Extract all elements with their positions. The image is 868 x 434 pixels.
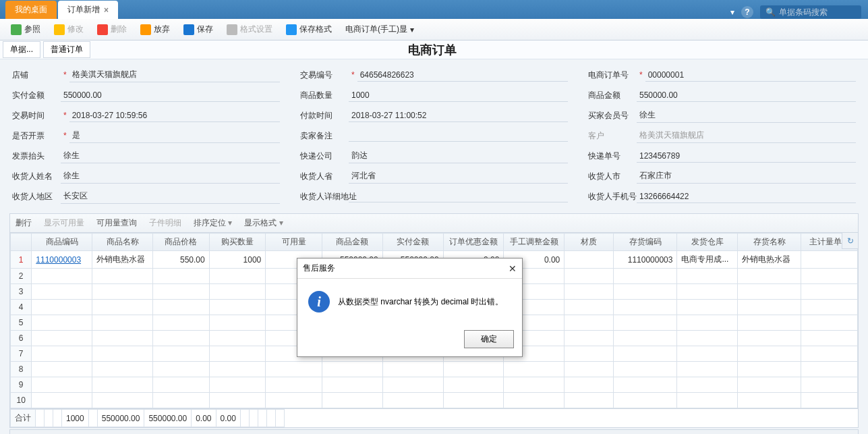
recv-prov-field[interactable]: 河北省: [349, 169, 568, 184]
avail-query-button[interactable]: 可用量查询: [96, 217, 137, 229]
ref-label: 参照: [24, 24, 40, 35]
required-mark: *: [63, 111, 67, 120]
trade-time-field[interactable]: 2018-03-27 10:59:56: [69, 109, 280, 122]
discard-icon: [140, 24, 151, 35]
page-title: 电商订单: [90, 42, 774, 58]
col-invcode[interactable]: 存货编码: [614, 234, 677, 251]
pay-time-field[interactable]: 2018-03-27 11:00:52: [349, 109, 568, 122]
barcode-search-input[interactable]: [779, 7, 856, 17]
col-paid[interactable]: 实付金额: [382, 234, 443, 251]
col-wh[interactable]: 发货仓库: [677, 234, 738, 251]
invoice-head-field[interactable]: 徐生: [61, 148, 280, 163]
table-row[interactable]: 10: [11, 393, 858, 408]
display-mode-button[interactable]: 电商订单(手工)显 ▾: [340, 22, 419, 37]
seller-note-field[interactable]: [349, 130, 568, 142]
recv-city-field[interactable]: 石家庄市: [637, 169, 856, 184]
cell-qty[interactable]: 1000: [209, 251, 266, 269]
col-adj[interactable]: 手工调整金额: [504, 234, 565, 251]
col-code[interactable]: 商品编码: [32, 234, 92, 251]
barcode-search[interactable]: 🔍: [760, 5, 861, 19]
table-row[interactable]: 9: [11, 377, 858, 393]
grid-toolbar: 删行 显示可用量 可用量查询 子件明细 排序定位 显示格式: [9, 213, 859, 232]
ref-button[interactable]: 参照: [5, 22, 46, 37]
delete-row-button[interactable]: 删行: [16, 217, 32, 229]
col-rownum[interactable]: [11, 234, 32, 251]
cell-invname[interactable]: 外销电热水器: [738, 251, 801, 269]
display-format-button[interactable]: 显示格式: [244, 217, 283, 229]
paid-field[interactable]: 550000.00: [61, 89, 280, 102]
ref-icon: [11, 24, 22, 35]
col-price[interactable]: 商品价格: [153, 234, 210, 251]
ok-button[interactable]: 确定: [464, 330, 514, 348]
required-mark: *: [351, 70, 355, 80]
cell-code[interactable]: 1110000003: [32, 251, 92, 269]
express-co-field[interactable]: 韵达: [349, 148, 568, 163]
display-mode-label: 电商订单(手工)显: [345, 24, 407, 35]
cell-price[interactable]: 550.00: [153, 251, 210, 269]
save-button[interactable]: 保存: [178, 22, 219, 37]
tab-home[interactable]: 我的桌面: [5, 1, 57, 19]
help-icon[interactable]: ?: [741, 6, 753, 18]
subitem-button[interactable]: 子件明细: [149, 217, 181, 229]
shop-field[interactable]: 格美淇天猫旗舰店: [69, 67, 280, 82]
sum-disc: 0.00: [192, 410, 216, 427]
product-code-link[interactable]: 1110000003: [36, 255, 81, 265]
recv-area-field[interactable]: 长安区: [61, 189, 280, 204]
col-amount[interactable]: 商品金额: [322, 234, 382, 251]
dialog-titlebar[interactable]: 售后服务 ✕: [297, 259, 522, 279]
shop-label: 店铺: [12, 70, 61, 81]
col-avail[interactable]: 可用量: [266, 234, 322, 251]
delete-button[interactable]: 删除: [92, 22, 132, 37]
chevron-down-icon[interactable]: ▾: [730, 7, 734, 17]
buyer-label: 买家会员号: [588, 110, 637, 121]
refresh-icon[interactable]: ↻: [842, 233, 858, 249]
table-sum-row: 合计 1000 550000.00 550000.00 0.00 0.00: [10, 408, 858, 427]
search-icon: 🔍: [765, 7, 776, 17]
delete-icon: [97, 24, 108, 35]
amt-field[interactable]: 550000.00: [637, 89, 856, 102]
cell-name[interactable]: 外销电热水器: [92, 251, 153, 269]
buyer-field[interactable]: 徐生: [637, 108, 856, 123]
col-mat[interactable]: 材质: [565, 234, 614, 251]
cell-invcode[interactable]: 1110000003: [614, 251, 677, 269]
cell-wh[interactable]: 电商专用成...: [677, 251, 738, 269]
cell-mat[interactable]: [565, 251, 614, 269]
invoice-field[interactable]: 是: [69, 128, 280, 143]
sort-button[interactable]: 排序定位: [194, 217, 232, 229]
cell-uom[interactable]: [801, 251, 858, 269]
recv-tel-field[interactable]: 13266664422: [637, 190, 856, 203]
main-toolbar: 参照 修改 删除 放弃 保存 格式设置 保存格式 电商订单(手工)显 ▾: [0, 19, 868, 40]
tab-order-new[interactable]: 订单新增 ×: [58, 1, 118, 19]
col-qty[interactable]: 购买数量: [209, 234, 266, 251]
col-name[interactable]: 商品名称: [92, 234, 153, 251]
close-icon[interactable]: ×: [104, 5, 109, 15]
format-set-button[interactable]: 格式设置: [221, 22, 278, 37]
show-avail-button[interactable]: 显示可用量: [44, 217, 84, 229]
save-label: 保存: [197, 24, 213, 35]
ec-no-label: 电商订单号: [588, 70, 637, 81]
required-mark: *: [63, 70, 67, 80]
express-no-label: 快递单号: [588, 151, 637, 162]
sum-amount: 550000.00: [97, 410, 144, 427]
recv-prov-label: 收货人省: [300, 171, 349, 182]
discard-button[interactable]: 放弃: [135, 22, 175, 37]
save-format-button[interactable]: 保存格式: [281, 22, 337, 37]
recv-addr-field[interactable]: [349, 190, 568, 202]
dialog-message: 从数据类型 nvarchar 转换为 decimal 时出错。: [338, 296, 503, 308]
horizontal-scrollbar[interactable]: [9, 429, 859, 434]
col-invname[interactable]: 存货名称: [738, 234, 801, 251]
edit-button[interactable]: 修改: [49, 22, 89, 37]
normal-order-button[interactable]: 普通订单: [43, 41, 90, 58]
qty-field[interactable]: 1000: [349, 89, 568, 102]
close-icon[interactable]: ✕: [509, 263, 517, 274]
table-row[interactable]: 8: [11, 362, 858, 377]
ec-no-field[interactable]: 00000001: [645, 69, 856, 82]
trade-no-field[interactable]: 646564826623: [357, 69, 568, 82]
express-co-label: 快递公司: [300, 151, 349, 162]
express-no-field[interactable]: 123456789: [637, 150, 856, 163]
customer-field[interactable]: 格美淇天猫旗舰店: [637, 128, 856, 143]
col-disc[interactable]: 订单优惠金额: [443, 234, 504, 251]
doc-ref-button[interactable]: 单据...: [3, 41, 40, 58]
order-form: 店铺*格美淇天猫旗舰店 交易编号*646564826623 电商订单号*0000…: [0, 59, 868, 209]
recv-name-field[interactable]: 徐生: [61, 169, 280, 184]
